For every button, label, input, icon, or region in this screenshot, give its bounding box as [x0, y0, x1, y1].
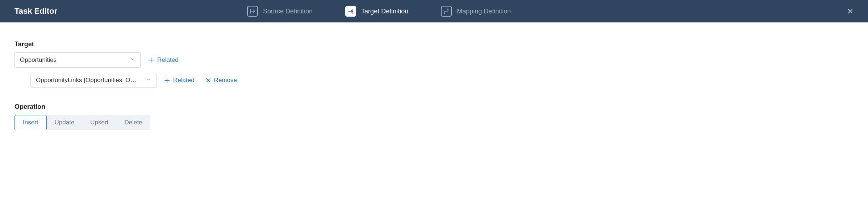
operation-delete-button[interactable]: Delete [116, 115, 150, 130]
target-child-row: OpportunityLinks [Opportunities_O… Relat… [30, 73, 854, 88]
add-related-primary-button[interactable]: Related [148, 56, 179, 64]
operation-upsert-button[interactable]: Upsert [82, 115, 116, 130]
target-primary-value: Opportunities [20, 56, 126, 64]
related-label: Related [157, 56, 179, 64]
remove-label: Remove [214, 77, 237, 84]
tab-source-definition[interactable]: Source Definition [247, 6, 313, 17]
svg-point-0 [445, 13, 445, 14]
target-primary-row: Opportunities Related [14, 52, 854, 68]
operation-update-button[interactable]: Update [47, 115, 83, 130]
operation-segmented-control: Insert Update Upsert Delete [14, 115, 150, 130]
header-bar: Task Editor Source Definition Target Def [0, 0, 868, 22]
tab-mapping-definition[interactable]: Mapping Definition [441, 6, 511, 17]
tab-target-label: Target Definition [361, 8, 408, 15]
target-section-label: Target [14, 40, 854, 48]
content-area: Target Opportunities Related Opportunity… [0, 22, 868, 148]
operation-insert-button[interactable]: Insert [14, 115, 47, 130]
target-icon [345, 6, 356, 17]
tab-target-definition[interactable]: Target Definition [345, 6, 408, 17]
target-primary-select[interactable]: Opportunities [14, 52, 141, 68]
operation-section-label: Operation [14, 103, 854, 111]
target-child-select[interactable]: OpportunityLinks [Opportunities_O… [30, 73, 157, 88]
header-tabs: Source Definition Target Definition Ma [247, 6, 511, 17]
add-related-child-button[interactable]: Related [164, 77, 195, 84]
target-child-value: OpportunityLinks [Opportunities_O… [36, 77, 142, 84]
mapping-icon [441, 6, 452, 17]
tab-source-label: Source Definition [263, 8, 313, 15]
related-label: Related [173, 77, 195, 84]
source-icon [247, 6, 258, 17]
operation-section: Operation Insert Update Upsert Delete [14, 103, 854, 130]
tab-mapping-label: Mapping Definition [457, 8, 511, 15]
plus-icon [148, 57, 154, 63]
svg-point-1 [448, 9, 448, 9]
remove-icon [205, 77, 211, 83]
close-icon [847, 8, 854, 14]
plus-icon [164, 77, 170, 84]
remove-child-button[interactable]: Remove [205, 77, 237, 84]
chevron-down-icon [130, 56, 135, 64]
close-button[interactable] [847, 8, 854, 14]
page-title: Task Editor [14, 7, 57, 16]
chevron-down-icon [146, 77, 151, 84]
